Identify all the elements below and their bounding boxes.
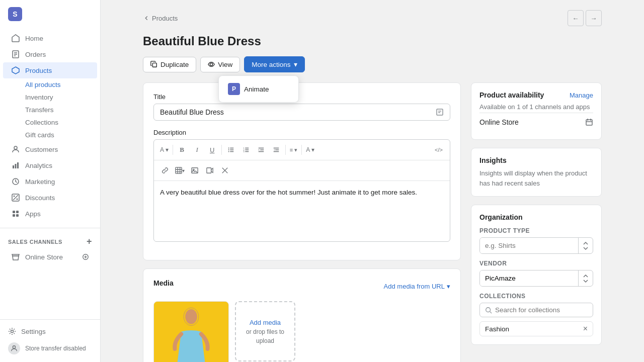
store-icon xyxy=(11,252,20,261)
sidebar-item-label: Online Store xyxy=(25,253,63,261)
collection-tag-fashion: Fashion × xyxy=(479,321,593,336)
svg-point-10 xyxy=(14,196,15,197)
svg-rect-14 xyxy=(13,211,15,213)
content-main: Title Description A ▾ xyxy=(143,82,461,362)
rte-ol-btn[interactable]: 123 xyxy=(239,143,253,157)
sidebar-item-home[interactable]: Home xyxy=(3,30,97,46)
main-content: Products ← → Beautiful Blue Dress Duplic… xyxy=(101,0,644,362)
sidebar-divider-1 xyxy=(0,228,100,228)
breadcrumb[interactable]: Products xyxy=(143,15,178,22)
title-input-wrapper xyxy=(153,104,450,121)
sidebar-item-label: Products xyxy=(25,67,52,74)
calendar-icon[interactable] xyxy=(585,118,593,126)
rte-bold-btn[interactable]: B xyxy=(175,143,189,157)
sidebar-item-discounts[interactable]: Discounts xyxy=(3,190,97,206)
svg-rect-63 xyxy=(586,120,592,125)
sidebar-item-customers[interactable]: Customers xyxy=(3,141,97,157)
rte-underline-btn[interactable]: U xyxy=(205,143,219,157)
channel-name: Online Store xyxy=(479,118,519,126)
rte-indent-btn[interactable] xyxy=(254,143,268,157)
view-button[interactable]: View xyxy=(200,57,240,72)
rte-image-btn[interactable] xyxy=(188,163,202,177)
remove-collection-btn[interactable]: × xyxy=(583,325,588,333)
animate-option[interactable]: P Animate xyxy=(222,79,295,99)
vendor-stepper[interactable] xyxy=(578,270,593,286)
rte-video-btn[interactable] xyxy=(203,163,217,177)
rte-italic-btn[interactable]: I xyxy=(190,143,204,157)
product-type-stepper[interactable] xyxy=(578,238,593,253)
products-submenu: All products Inventory Transfers Collect… xyxy=(0,78,100,141)
product-image[interactable] xyxy=(153,301,229,362)
collections-search-box xyxy=(479,303,593,317)
add-media-url-button[interactable]: Add media from URL ▾ xyxy=(384,283,450,290)
rte-outdent-btn[interactable] xyxy=(269,143,283,157)
svg-rect-23 xyxy=(152,63,156,67)
svg-point-21 xyxy=(11,330,14,333)
rte-text-btn[interactable]: A ▾ xyxy=(158,143,171,157)
marketing-icon xyxy=(11,177,20,186)
collections-search-input[interactable] xyxy=(495,306,588,314)
rte-source-btn[interactable]: </> xyxy=(432,143,446,157)
sidebar-item-store-transfer[interactable]: Store transfer disabled xyxy=(0,339,100,358)
sidebar-item-apps[interactable]: Apps xyxy=(3,206,97,222)
svg-text:3: 3 xyxy=(243,150,245,153)
sidebar-item-marketing[interactable]: Marketing xyxy=(3,173,97,190)
sidebar-item-orders[interactable]: Orders xyxy=(3,46,97,62)
vendor-input[interactable] xyxy=(480,270,578,286)
svg-rect-7 xyxy=(15,164,17,168)
product-type-input[interactable] xyxy=(480,238,578,253)
next-product-btn[interactable]: → xyxy=(586,10,602,26)
products-icon xyxy=(11,66,20,75)
sidebar-logo: S xyxy=(0,0,100,28)
svg-rect-46 xyxy=(176,167,182,173)
rte-editor: A ▾ B I U 123 xyxy=(153,139,450,242)
avatar xyxy=(8,342,20,354)
sidebar-item-settings[interactable]: Settings xyxy=(0,324,100,339)
description-field-group: Description A ▾ B I U xyxy=(153,129,450,242)
analytics-icon xyxy=(11,161,20,170)
rte-link-btn[interactable] xyxy=(158,163,172,177)
sidebar-sub-transfers[interactable]: Transfers xyxy=(25,104,97,116)
sidebar-item-analytics[interactable]: Analytics xyxy=(3,157,97,173)
svg-point-32 xyxy=(228,149,229,150)
svg-rect-6 xyxy=(13,165,14,168)
svg-rect-8 xyxy=(17,162,19,168)
media-upload-placeholder[interactable]: Add media or drop files to upload xyxy=(235,301,295,361)
sidebar-sub-gift-cards[interactable]: Gift cards xyxy=(25,129,97,141)
svg-point-11 xyxy=(17,199,18,200)
availability-subtitle: Available on 1 of 1 channels and apps xyxy=(479,103,593,111)
sidebar-item-products[interactable]: Products xyxy=(3,62,97,78)
content-layout: Title Description A ▾ xyxy=(143,82,602,362)
duplicate-button[interactable]: Duplicate xyxy=(143,57,196,72)
description-content[interactable]: A very beautiful blue dress over for the… xyxy=(154,181,450,241)
sidebar-sub-inventory[interactable]: Inventory xyxy=(25,91,97,104)
sidebar-item-label: Home xyxy=(25,35,43,42)
rte-ul-btn[interactable] xyxy=(224,143,238,157)
svg-marker-4 xyxy=(12,67,19,74)
page-title: Beautiful Blue Dress xyxy=(143,34,602,48)
rte-table-btn[interactable]: ▾ xyxy=(173,163,187,177)
content-side: Product availability Manage Available on… xyxy=(471,82,602,362)
prev-product-btn[interactable]: ← xyxy=(568,10,584,26)
insights-card: Insights Insights will display when the … xyxy=(471,148,602,197)
customers-icon xyxy=(11,145,20,154)
svg-rect-53 xyxy=(207,168,211,173)
nav-arrows: ← → xyxy=(568,10,602,26)
rte-clear-btn[interactable] xyxy=(218,163,232,177)
rte-align-btn[interactable]: ≡ ▾ xyxy=(288,143,299,157)
sidebar-sub-collections[interactable]: Collections xyxy=(25,116,97,129)
manage-link[interactable]: Manage xyxy=(570,92,593,99)
rte-color-btn[interactable]: A ▾ xyxy=(304,143,316,157)
sidebar: S Home Orders Products All products xyxy=(0,0,101,362)
title-input[interactable] xyxy=(160,108,436,116)
home-icon xyxy=(11,34,20,43)
svg-rect-15 xyxy=(16,211,19,213)
svg-line-68 xyxy=(490,311,492,313)
product-info-card: Title Description A ▾ xyxy=(143,82,461,260)
sidebar-sub-all-products[interactable]: All products xyxy=(25,78,97,91)
logo-icon: S xyxy=(8,7,22,21)
sidebar-item-online-store[interactable]: Online Store xyxy=(3,249,97,265)
more-actions-button[interactable]: More actions ▾ xyxy=(244,56,304,72)
org-header: Organization xyxy=(479,213,593,221)
add-sales-channel-icon[interactable]: + xyxy=(87,236,92,247)
